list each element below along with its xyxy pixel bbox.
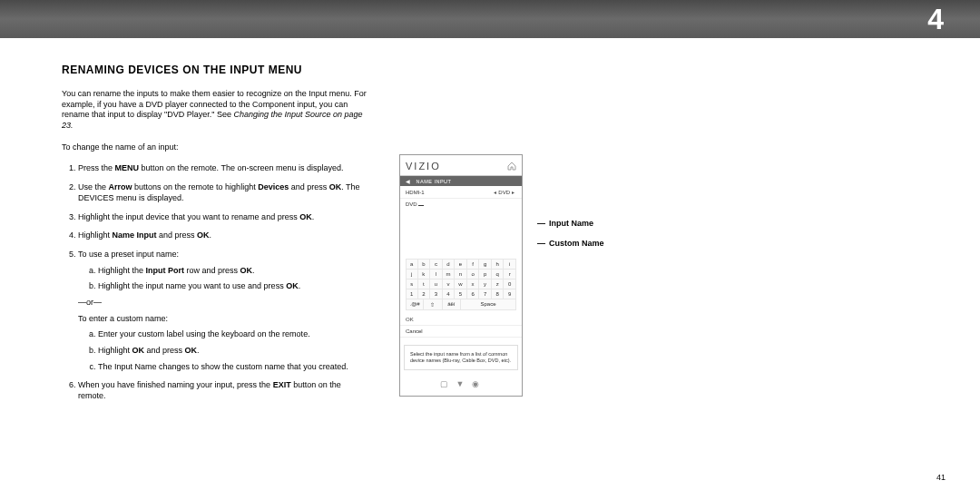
key-c: c: [430, 260, 443, 270]
step-5-lead: To use a preset input name:: [78, 250, 179, 259]
step-5a: Highlight the Input Port row and press O…: [98, 266, 370, 277]
step-4-t3: .: [210, 230, 212, 240]
key-z: z: [492, 279, 505, 289]
lead-in: To change the name of an input:: [62, 142, 370, 153]
step-2-arrow: Arrow: [109, 182, 132, 191]
step-5c: Enter your custom label using the keyboa…: [98, 329, 370, 340]
custom-name-text: DVD: [406, 201, 417, 207]
step-2-ok: OK: [329, 182, 342, 191]
input-port-row: HDMI-1 ◂ DVD ▸: [400, 186, 522, 199]
key-i: i: [504, 260, 516, 270]
s5b-t1: Highlight the input name you want to use…: [98, 281, 286, 290]
key-u: u: [430, 279, 443, 289]
step-1-t1: Press the: [78, 163, 115, 172]
s5d-t2: and press: [144, 346, 185, 355]
key-t: t: [418, 279, 431, 289]
step-5-sub-preset: Highlight the Input Port row and press O…: [78, 266, 370, 292]
step-3: Highlight the input device that you want…: [78, 212, 370, 223]
step-4-t2: and press: [157, 230, 198, 240]
ok-row: OK: [400, 314, 522, 326]
chapter-header-bar: 4: [0, 0, 980, 38]
key-j: j: [406, 270, 418, 279]
keyboard-bottom-row: .@#⇧äêíSpace: [406, 299, 516, 310]
key-7: 7: [479, 289, 492, 299]
step-5e: The Input Name changes to show the custo…: [98, 362, 370, 373]
step-3-ok: OK: [299, 212, 312, 221]
key-g: g: [479, 260, 492, 270]
key-: äêí: [443, 299, 461, 310]
s5a-port: Input Port: [146, 266, 185, 275]
s5d-t1: Highlight: [98, 346, 132, 355]
key-o: o: [467, 270, 480, 279]
key-8: 8: [492, 289, 505, 299]
input-port-value: DVD: [498, 190, 510, 195]
s5d-t3: .: [197, 346, 200, 355]
step-4-t1: Highlight: [78, 230, 113, 240]
key-9: 9: [504, 289, 516, 299]
key-: ⇧: [424, 299, 442, 310]
step-5b: Highlight the input name you want to use…: [98, 281, 370, 292]
callout-custom-name: —Custom Name: [537, 239, 604, 248]
key-e: e: [455, 260, 467, 270]
key-6: 6: [467, 289, 480, 299]
step-2-t1: Use the: [78, 182, 109, 191]
key-: .@#: [406, 299, 424, 310]
key-1: 1: [406, 289, 418, 299]
s5d-ok1: OK: [132, 346, 145, 355]
step-2-devices: Devices: [258, 182, 289, 191]
input-port-label: HDMI-1: [406, 190, 492, 195]
key-b: b: [418, 260, 431, 270]
menu-header: VIZIO: [400, 155, 522, 176]
key-v: v: [443, 279, 456, 289]
step-5-sub-custom: Enter your custom label using the keyboa…: [78, 329, 370, 372]
right-arrow-icon: ▸: [512, 189, 514, 195]
menu-title-row: ◀ NAME INPUT: [400, 176, 522, 186]
cancel-row: Cancel: [400, 326, 522, 338]
menu-panel: VIZIO ◀ NAME INPUT HDMI-1 ◂ DVD ▸ DVD ab…: [399, 154, 523, 397]
key-q: q: [492, 270, 505, 279]
key-h: h: [492, 260, 505, 270]
step-6: When you have finished naming your input…: [78, 380, 370, 401]
key-3: 3: [430, 289, 443, 299]
step-2-t3: and press: [289, 182, 329, 191]
key-Space: Space: [461, 299, 516, 310]
s5a-t1: Highlight the: [98, 266, 146, 275]
nav-icons: ▢ ▼ ◉: [400, 376, 522, 396]
s5b-ok: OK: [286, 281, 299, 290]
step-2-t2: buttons on the remote to highlight: [132, 182, 259, 191]
key-m: m: [443, 270, 456, 279]
s5b-t2: .: [299, 281, 301, 290]
s5d-ok2: OK: [185, 346, 198, 355]
section-heading: RENAMING DEVICES ON THE INPUT MENU: [62, 64, 370, 76]
custom-name-value: DVD: [406, 201, 516, 207]
menu-title: NAME INPUT: [416, 179, 452, 184]
text-caret-icon: [418, 205, 424, 206]
key-p: p: [479, 270, 492, 279]
step-1-menu: MENU: [115, 163, 140, 172]
page-number: 41: [936, 473, 946, 482]
custom-lead: To enter a custom name:: [78, 314, 370, 325]
key-n: n: [455, 270, 467, 279]
step-1: Press the MENU button on the remote. The…: [78, 163, 370, 174]
custom-name-row: DVD: [400, 199, 522, 210]
steps-list: Press the MENU button on the remote. The…: [62, 163, 370, 401]
key-y: y: [479, 279, 492, 289]
home-icon: [507, 162, 516, 171]
key-5: 5: [455, 289, 467, 299]
callout-dash: —: [537, 239, 545, 248]
step-4: Highlight Name Input and press OK.: [78, 230, 370, 241]
key-s: s: [406, 279, 418, 289]
step-3-t1: Highlight the input device that you want…: [78, 212, 299, 221]
s5a-t3: .: [252, 266, 255, 275]
menu-figure: VIZIO ◀ NAME INPUT HDMI-1 ◂ DVD ▸ DVD ab…: [399, 154, 523, 397]
step-4-ok: OK: [197, 230, 210, 240]
key-k: k: [418, 270, 431, 279]
hint-text: Select the input name from a list of com…: [404, 345, 518, 370]
key-r: r: [504, 270, 516, 279]
key-a: a: [406, 260, 418, 270]
step-6-t1: When you have finished naming your input…: [78, 380, 273, 389]
key-2: 2: [418, 289, 431, 299]
key-f: f: [467, 260, 480, 270]
key-d: d: [443, 260, 456, 270]
key-4: 4: [443, 289, 456, 299]
